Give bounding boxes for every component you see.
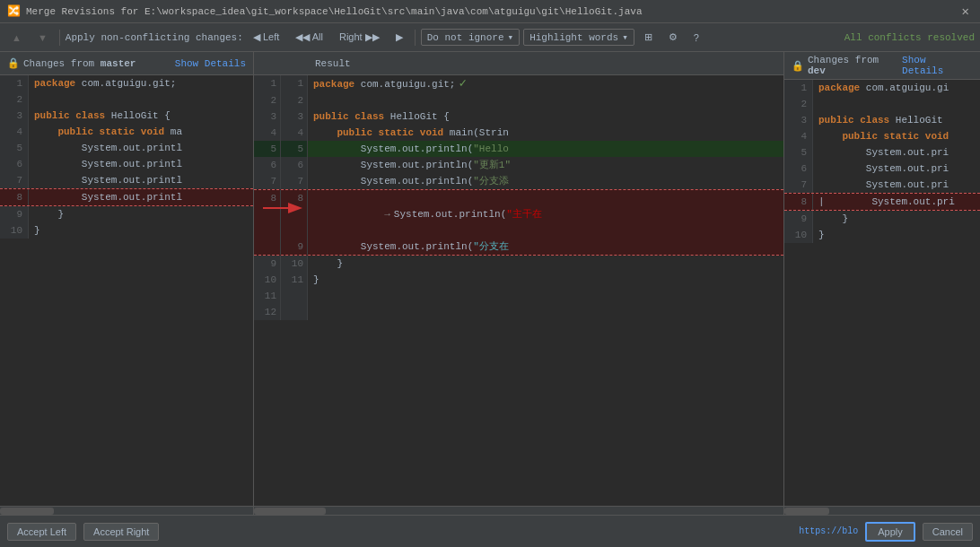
toolbar: ▲ ▼ Apply non-conflicting changes: ◀ ◀ L… <box>0 23 980 52</box>
table-row: 4 public static void <box>784 128 980 144</box>
left-changes-label: Changes from master <box>23 58 136 69</box>
table-row: 10 } <box>0 222 253 239</box>
table-row: 12 <box>254 304 783 320</box>
right-branch-label: dev <box>808 65 826 76</box>
toolbar-sep-2 <box>415 30 416 46</box>
table-row: 3 3 public class HelloGit { <box>254 109 783 125</box>
all-button[interactable]: ◀◀ All <box>289 29 329 46</box>
table-row: 1 package com.atguigu.git; <box>0 75 253 91</box>
close-button[interactable]: ✕ <box>958 4 973 19</box>
table-row: 8 8 →System.out.println("主干在 <box>254 189 783 239</box>
table-row: 6 System.out.pri <box>784 161 980 177</box>
right-button[interactable]: Right ▶▶ <box>333 29 386 46</box>
table-row: 10 } <box>784 227 980 243</box>
left-panel-header: 🔒 Changes from master Show Details <box>0 52 253 75</box>
table-row: 9 } <box>784 211 980 227</box>
nav-down-button[interactable]: ▼ <box>31 30 54 46</box>
result-label: Result <box>315 58 351 69</box>
table-row: 7 System.out.printl <box>0 172 253 188</box>
middle-scrollbar[interactable] <box>254 506 783 515</box>
table-row: 6 6 System.out.println("更新1" <box>254 157 783 173</box>
right-lock-icon: 🔒 <box>792 60 804 72</box>
right-panel: 🔒 Changes from dev Show Details 1 packag… <box>784 52 980 515</box>
settings-button[interactable]: ⚙ <box>662 29 684 46</box>
left-branch-label: master <box>101 58 136 69</box>
table-row: 7 7 System.out.println("分支添 <box>254 173 783 189</box>
table-row: 9 10 } <box>254 256 783 272</box>
left-scrollbar-thumb[interactable] <box>0 508 54 515</box>
table-row: 6 System.out.printl <box>0 156 253 172</box>
right-panel-content[interactable]: 1 package com.atguigu.gi 2 3 public clas… <box>784 80 980 506</box>
table-row: · 9 System.out.println("分支在 <box>254 239 783 256</box>
right-code-area: 1 package com.atguigu.gi 2 3 public clas… <box>784 80 980 506</box>
table-row: 3 public class HelloGit <box>784 112 980 128</box>
right-changes-label: Changes from dev <box>808 55 902 76</box>
cancel-button[interactable]: Cancel <box>923 523 973 541</box>
table-row: 11 <box>254 288 783 304</box>
middle-panel: Result 1 1 package com.atguigu.git;✓ 2 2 <box>254 52 784 515</box>
table-row: 2 <box>0 91 253 108</box>
right-panel-header: 🔒 Changes from dev Show Details <box>784 52 980 80</box>
url-hint: https://blo <box>799 526 858 536</box>
table-row: 7 System.out.pri <box>784 177 980 193</box>
main-content: 🔒 Changes from master Show Details 1 pac… <box>0 52 980 515</box>
conflicts-resolved-label: All conflicts resolved <box>844 32 975 43</box>
table-row: 5 System.out.pri <box>784 144 980 161</box>
ignore-dropdown[interactable]: Do not ignore ▾ <box>421 29 520 46</box>
left-scrollbar[interactable] <box>0 506 253 515</box>
middle-code-area: 1 1 package com.atguigu.git;✓ 2 2 3 3 pu… <box>254 75 783 320</box>
right-show-details-link[interactable]: Show Details <box>902 55 973 76</box>
apply-button[interactable]: Apply <box>865 522 915 542</box>
table-row: 2 <box>784 96 980 112</box>
middle-scrollbar-thumb[interactable] <box>254 508 326 515</box>
help-button[interactable]: ? <box>687 30 705 46</box>
right-scrollbar[interactable] <box>784 506 980 515</box>
middle-panel-header: Result <box>254 52 783 75</box>
table-row: 1 package com.atguigu.gi <box>784 80 980 96</box>
right-scrollbar-thumb[interactable] <box>784 508 829 515</box>
table-row: 5 5 System.out.println("Hello <box>254 141 783 157</box>
titlebar-icon: 🔀 <box>7 4 21 18</box>
toolbar-sep-1 <box>59 30 60 46</box>
table-row: 3 public class HelloGit { <box>0 108 253 124</box>
table-row: 2 2 <box>254 92 783 109</box>
table-row: 8 | System.out.pri <box>784 193 980 211</box>
table-row: 5 System.out.printl <box>0 140 253 156</box>
left-lock-icon: 🔒 <box>7 57 20 69</box>
table-row: 10 11 } <box>254 272 783 288</box>
accept-right-button[interactable]: Accept Right <box>83 523 159 541</box>
left-code-area: 1 package com.atguigu.git; 2 3 public cl… <box>0 75 253 506</box>
nav-up-button[interactable]: ▲ <box>5 30 28 46</box>
table-row: 4 public static void ma <box>0 124 253 140</box>
titlebar-title: Merge Revisions for E:\workspace_idea\gi… <box>26 6 953 17</box>
table-row: 9 } <box>0 206 253 222</box>
apply-non-conflicting-label: Apply non-conflicting changes: <box>66 32 243 43</box>
left-panel-content[interactable]: 1 package com.atguigu.git; 2 3 public cl… <box>0 75 253 506</box>
bottom-bar: Accept Left Accept Right https://blo App… <box>0 515 980 547</box>
table-row: 8 System.out.printl <box>0 188 253 206</box>
columns-button[interactable]: ⊞ <box>638 29 659 46</box>
left-button[interactable]: ◀ ◀ LeftLeft <box>247 29 285 46</box>
table-row: 1 1 package com.atguigu.git;✓ <box>254 75 783 92</box>
accept-left-button[interactable]: Accept Left <box>7 523 76 541</box>
titlebar: 🔀 Merge Revisions for E:\workspace_idea\… <box>0 0 980 23</box>
middle-panel-content[interactable]: 1 1 package com.atguigu.git;✓ 2 2 3 3 pu… <box>254 75 783 506</box>
left-show-details-link[interactable]: Show Details <box>175 58 246 69</box>
table-row: 4 4 public static void main(Strin <box>254 125 783 141</box>
left-panel: 🔒 Changes from master Show Details 1 pac… <box>0 52 254 515</box>
right-single-button[interactable]: ▶ <box>389 29 409 46</box>
highlight-dropdown[interactable]: Highlight words ▾ <box>523 29 634 46</box>
